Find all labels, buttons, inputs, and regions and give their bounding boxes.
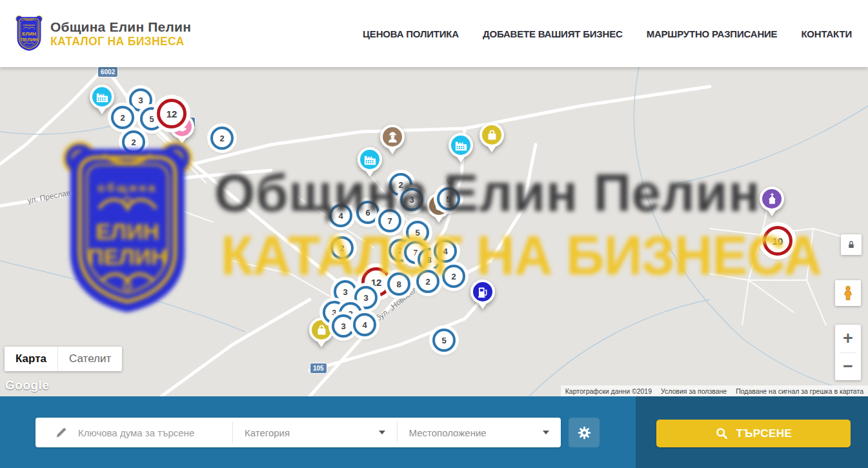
map-data-copyright: Картографски данни ©2019	[561, 387, 656, 395]
search-icon	[715, 427, 729, 440]
fuel-pin[interactable]	[470, 280, 495, 304]
map-type-control: Карта Сателит	[5, 347, 122, 371]
zoom-out-button[interactable]: −	[835, 353, 861, 381]
nav-item-2[interactable]: МАРШРУТНО РАЗПИСАНИЕ	[647, 28, 778, 39]
cluster-marker[interactable]: 5	[437, 187, 460, 210]
search-submit-button[interactable]: ТЪРСЕНЕ	[656, 420, 851, 447]
lock-control-button[interactable]	[841, 234, 862, 255]
cluster-marker[interactable]: 3	[334, 280, 357, 303]
keyword-field[interactable]	[35, 418, 232, 447]
church-pin[interactable]	[760, 187, 784, 211]
worker-icon	[380, 125, 405, 149]
fuel-icon	[470, 280, 495, 304]
site-subtitle: КАТАЛОГ НА БИЗНЕСА	[50, 35, 187, 48]
cluster-marker[interactable]: 3	[332, 314, 355, 338]
advanced-search-settings-button[interactable]	[569, 418, 600, 447]
cluster-marker[interactable]: 5	[432, 329, 456, 352]
bag-pin[interactable]	[479, 123, 504, 147]
zoom-in-button[interactable]: +	[835, 325, 861, 352]
map-markers: 325122223546752278422128333834510	[0, 67, 868, 396]
worker-pin[interactable]	[380, 125, 405, 149]
church-icon	[760, 187, 784, 211]
cluster-marker[interactable]: 2	[111, 106, 134, 129]
svg-text:ПЕЛИН: ПЕЛИН	[20, 37, 37, 43]
cluster-marker[interactable]: 3	[400, 188, 423, 211]
svg-text:ЕЛИН: ЕЛИН	[22, 31, 36, 37]
pegman-icon	[840, 285, 856, 301]
cluster-marker[interactable]: 6	[356, 201, 379, 224]
map-canvas[interactable]: ул. Преславбул. „Новоселци“ 6002105	[0, 67, 868, 396]
search-fields: Категория Местоположение	[35, 418, 561, 447]
factory-icon	[449, 133, 473, 158]
svg-text:община: община	[23, 23, 35, 26]
cluster-marker[interactable]: 2	[442, 265, 465, 288]
chevron-down-icon	[543, 431, 549, 434]
location-select-value: Местоположение	[409, 427, 487, 438]
main-nav: ЦЕНОВА ПОЛИТИКАДОБАВЕТЕ ВАШИЯТ БИЗНЕСМАР…	[363, 28, 852, 39]
site-logo[interactable]: община ЕЛИН ПЕЛИН Община Елин Пелин КАТА…	[14, 15, 191, 52]
factory-icon	[358, 147, 382, 172]
keyword-search-input[interactable]	[78, 427, 227, 438]
gear-icon	[576, 425, 592, 441]
pencil-icon	[55, 426, 68, 439]
bag-icon	[479, 123, 504, 147]
nav-item-0[interactable]: ЦЕНОВА ПОЛИТИКА	[363, 28, 459, 39]
cluster-marker[interactable]: 4	[434, 239, 457, 263]
cluster-marker[interactable]: 8	[387, 272, 410, 296]
business-catalog-page: община ЕЛИН ПЕЛИН Община Елин Пелин КАТА…	[0, 0, 868, 468]
nav-item-3[interactable]: КОНТАКТИ	[801, 28, 852, 39]
map-type-map-button[interactable]: Карта	[5, 347, 57, 371]
cluster-marker[interactable]: 7	[378, 209, 401, 232]
search-panel: Категория Местоположение	[0, 396, 868, 468]
zoom-control: + −	[835, 325, 861, 380]
cluster-marker[interactable]: 2	[416, 270, 439, 293]
report-map-error-link[interactable]: Подаване на сигнал за грешка в картата	[731, 387, 868, 395]
cluster-marker[interactable]: 4	[329, 204, 352, 227]
cluster-marker[interactable]: 2	[122, 130, 145, 154]
cluster-marker[interactable]: 4	[353, 313, 376, 336]
cluster-marker[interactable]: 10	[763, 226, 792, 256]
site-title: Община Елин Пелин	[50, 19, 191, 35]
lock-icon	[845, 238, 858, 251]
category-select[interactable]: Категория	[233, 418, 397, 447]
factory-pin[interactable]	[358, 147, 382, 172]
google-logo[interactable]: Google	[5, 378, 49, 392]
pegman-streetview-control[interactable]	[835, 280, 861, 306]
location-select[interactable]: Местоположение	[398, 418, 561, 447]
header: община ЕЛИН ПЕЛИН Община Елин Пелин КАТА…	[0, 0, 868, 67]
factory-icon	[90, 85, 114, 109]
terms-of-use-link[interactable]: Условия за ползване	[656, 387, 731, 395]
chevron-down-icon	[379, 431, 385, 434]
factory-pin[interactable]	[90, 85, 114, 109]
cluster-marker[interactable]: 12	[157, 99, 187, 128]
nav-item-1[interactable]: ДОБАВЕТЕ ВАШИЯТ БИЗНЕС	[483, 28, 623, 39]
factory-pin[interactable]	[449, 133, 473, 158]
municipality-crest-icon: община ЕЛИН ПЕЛИН	[14, 15, 44, 52]
cluster-marker[interactable]: 2	[330, 236, 354, 259]
map-attribution: Картографски данни ©2019 Условия за полз…	[561, 385, 868, 396]
search-button-label: ТЪРСЕНЕ	[736, 427, 792, 440]
category-select-value: Категория	[245, 427, 290, 438]
map-type-satellite-button[interactable]: Сателит	[57, 347, 122, 371]
cluster-marker[interactable]: 2	[210, 127, 234, 150]
